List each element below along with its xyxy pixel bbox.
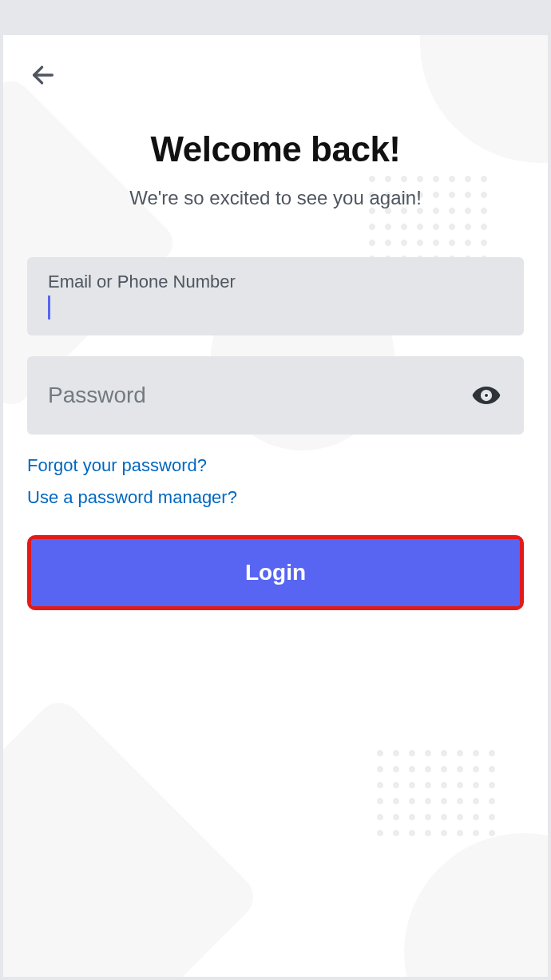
email-field[interactable]: Email or Phone Number (27, 257, 524, 335)
decorative-dots (372, 745, 500, 841)
page-subtitle: We're so excited to see you again! (27, 187, 524, 209)
decorative-shape (404, 833, 548, 977)
decorative-shape (3, 693, 263, 977)
back-arrow-icon (30, 61, 57, 89)
back-button[interactable] (27, 59, 59, 91)
toggle-password-visibility-button[interactable] (470, 379, 503, 412)
forgot-password-link[interactable]: Forgot your password? (27, 455, 207, 476)
page-title: Welcome back! (27, 129, 524, 169)
password-manager-link[interactable]: Use a password manager? (27, 487, 237, 508)
login-button-highlight: Login (27, 535, 524, 610)
password-field[interactable]: Password (27, 356, 524, 434)
eye-icon (471, 380, 501, 411)
login-button[interactable]: Login (31, 539, 520, 606)
email-label: Email or Phone Number (48, 272, 503, 292)
svg-point-2 (485, 394, 488, 397)
password-placeholder: Password (48, 383, 146, 408)
